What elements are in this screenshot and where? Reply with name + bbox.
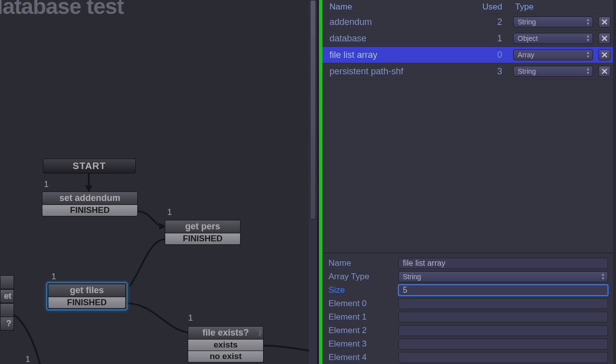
detail-row-element: Element 2 — [327, 324, 608, 337]
detail-row-element: Element 1 — [327, 310, 608, 324]
variable-row[interactable]: database1Object▲▼ — [322, 30, 613, 47]
canvas-title: latabase test — [0, 0, 124, 19]
variable-detail-panel: Name file list array Array Type String ▲… — [322, 253, 613, 364]
variable-name: file list array — [322, 50, 477, 60]
node-set-addendum[interactable]: set addendum FINISHED — [42, 191, 138, 216]
variable-type-value: String — [518, 67, 536, 75]
detail-label-element: Element 3 — [327, 339, 398, 349]
detail-label-size: Size — [327, 285, 398, 295]
select-arrows-icon: ▲▼ — [586, 18, 590, 26]
delete-variable-button[interactable] — [599, 66, 611, 77]
detail-element-field[interactable] — [398, 325, 608, 336]
close-icon — [601, 68, 608, 75]
node-output[interactable]: FINISHED — [42, 205, 138, 216]
node-offscreen-left[interactable]: et ? — [0, 275, 14, 331]
detail-row-name: Name file list array — [327, 256, 608, 270]
detail-element-field[interactable] — [398, 312, 608, 323]
variable-used-count: 2 — [477, 17, 511, 27]
canvas-scrollbar[interactable] — [309, 0, 317, 364]
detail-row-size: Size 5 — [327, 283, 608, 297]
close-icon — [601, 18, 608, 25]
inspector-panel: Name Used Type addendum2String▲▼database… — [322, 0, 613, 364]
variable-used-count: 1 — [477, 33, 511, 44]
header-type[interactable]: Type — [511, 2, 596, 12]
variable-type-select[interactable]: Object▲▼ — [513, 33, 593, 44]
node-get-files[interactable]: get files FINISHED — [46, 282, 128, 311]
variable-table-empty-area[interactable] — [322, 80, 613, 253]
variable-type-select[interactable]: String▲▼ — [513, 16, 593, 27]
detail-size-field[interactable]: 5 — [398, 285, 608, 296]
node-get-pers[interactable]: get pers FINISHED — [165, 220, 241, 245]
detail-label-name: Name — [327, 258, 398, 268]
node-offscreen-row: et — [0, 289, 14, 303]
right-edge-strip — [613, 0, 616, 364]
variable-type-value: Array — [518, 51, 534, 59]
close-icon — [601, 51, 608, 58]
node-title: get files — [48, 284, 126, 297]
select-arrows-icon: ▲▼ — [601, 273, 605, 281]
variable-name: database — [322, 33, 477, 44]
detail-array-type-select[interactable]: String ▲▼ — [398, 271, 608, 282]
delete-variable-button[interactable] — [599, 16, 611, 27]
select-arrows-icon: ▲▼ — [586, 51, 590, 59]
variable-type-select[interactable]: String▲▼ — [513, 66, 593, 77]
detail-element-field[interactable] — [398, 339, 608, 350]
variable-row[interactable]: persistent path-shf3String▲▼ — [322, 63, 613, 80]
select-arrows-icon: ▲▼ — [586, 34, 590, 42]
variable-name: addendum — [322, 17, 477, 27]
node-start[interactable]: START — [43, 159, 136, 174]
node-offscreen-row: ? — [0, 317, 14, 331]
node-start-label: START — [43, 159, 136, 174]
node-count: 1 — [188, 313, 193, 323]
node-output[interactable]: FINISHED — [48, 297, 126, 309]
detail-element-field[interactable] — [398, 352, 608, 363]
node-file-exists[interactable]: file exists? )) exists no exist — [188, 326, 264, 363]
node-title: file exists? )) — [188, 326, 264, 340]
node-count: 1 — [51, 272, 56, 282]
signal-icon: )) — [259, 328, 260, 336]
node-title: set addendum — [42, 191, 138, 205]
node-count: 1 — [25, 355, 30, 364]
variable-table-header: Name Used Type — [322, 0, 613, 14]
node-count: 1 — [44, 180, 48, 189]
header-used[interactable]: Used — [477, 2, 511, 12]
close-icon — [601, 35, 608, 42]
detail-row-array-type: Array Type String ▲▼ — [327, 270, 608, 283]
variable-table: Name Used Type addendum2String▲▼database… — [322, 0, 613, 80]
variable-used-count: 0 — [477, 50, 511, 60]
node-output[interactable]: FINISHED — [165, 233, 241, 245]
variable-name: persistent path-shf — [322, 66, 477, 77]
node-title: get pers — [165, 220, 241, 233]
detail-label-element: Element 0 — [327, 299, 398, 309]
detail-label-element: Element 1 — [327, 312, 398, 322]
detail-label-element: Element 2 — [327, 326, 398, 336]
node-output-noexist[interactable]: no exist — [188, 351, 264, 363]
detail-row-element: Element 0 — [327, 297, 608, 310]
header-name[interactable]: Name — [322, 2, 477, 12]
node-count: 1 — [167, 207, 172, 217]
graph-canvas[interactable]: latabase test START 1 set addendum FINIS… — [0, 0, 317, 364]
detail-label-array-type: Array Type — [327, 272, 398, 282]
variable-used-count: 3 — [477, 66, 511, 77]
detail-element-field[interactable] — [398, 298, 608, 309]
detail-label-element: Element 4 — [327, 353, 398, 363]
canvas-scroll-thumb[interactable] — [310, 0, 316, 219]
delete-variable-button[interactable] — [599, 33, 611, 44]
variable-type-select[interactable]: Array▲▼ — [513, 49, 593, 60]
node-output-exists[interactable]: exists — [188, 340, 264, 351]
detail-row-element: Element 4 — [327, 351, 608, 364]
active-panel-indicator — [319, 0, 322, 364]
variable-row[interactable]: file list array0Array▲▼ — [322, 47, 613, 63]
detail-name-field[interactable]: file list array — [398, 258, 608, 269]
select-arrows-icon: ▲▼ — [586, 67, 590, 75]
detail-row-element: Element 3 — [327, 337, 608, 351]
variable-type-value: String — [518, 18, 536, 26]
variable-type-value: Object — [518, 34, 538, 42]
variable-row[interactable]: addendum2String▲▼ — [322, 14, 613, 30]
delete-variable-button[interactable] — [599, 49, 611, 60]
